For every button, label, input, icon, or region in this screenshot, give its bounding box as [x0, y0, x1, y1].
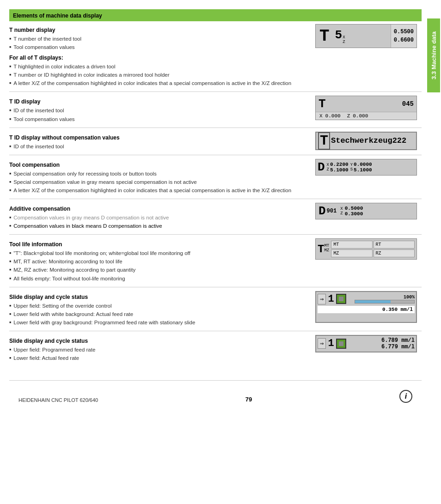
bullet-t-id-2: Tool compensation values — [9, 115, 306, 123]
section-header: Elements of machine data display — [9, 9, 422, 21]
t-number-text-col: T number display T number of the inserte… — [9, 24, 311, 88]
d-z-val: 5.1000 — [330, 167, 349, 173]
slide1-percent: 100% — [404, 295, 415, 300]
t-id-letter: T — [318, 97, 326, 111]
dadd-z-val: 0.3000 — [345, 211, 363, 217]
for-all-t-title: For all of T displays: — [9, 55, 306, 61]
t-id-text-col: T ID display ID of the inserted tool Too… — [9, 96, 311, 123]
bullet-life-3: MZ, RZ active: Monitoring according to p… — [9, 266, 306, 273]
dadd-axis-labels: X Z — [340, 206, 343, 216]
tlife-inner: T MT MZ MT RT MZ RZ — [318, 241, 415, 257]
section-slide-1: Slide display and cycle status Upper fie… — [9, 289, 422, 331]
bullet-slide2-1: Upper field: Programmed feed rate — [9, 346, 306, 353]
t-id-display-widget: T 045 X 0.000 Z 0.000 — [315, 96, 417, 120]
additive-comp-display-col: D 901 X Z 0.5000 0.3000 — [311, 203, 422, 219]
section-tool-life: Tool life information "T": Black=global … — [9, 237, 422, 287]
dadd-x-val: 0.5000 — [345, 206, 363, 211]
tlife-rz-box: RZ — [374, 249, 415, 257]
slide-2-text-col: Slide display and cycle status Upper fie… — [9, 335, 311, 363]
t-id-nocomp-title: T ID display without compensation values — [9, 134, 306, 141]
t-number-display-widget: T 5 X Z 0.5500 0.6600 — [315, 24, 417, 48]
slide2-arrow-icon: ⇒ — [318, 338, 326, 349]
bullet-t-id-1: ID of the inserted tool — [9, 107, 306, 114]
slide2-row: ⇒ 1 6.789 mm/l 6.779 mm/l — [318, 337, 415, 350]
section-t-id: T ID display ID of the inserted tool Too… — [9, 94, 422, 128]
slide2-number: 1 — [328, 338, 334, 349]
t-id-x-val: 0.000 — [325, 113, 341, 119]
slide-1-title: Slide display and cycle status — [9, 294, 306, 300]
slide1-progress-fill — [355, 300, 391, 303]
slide-1-display-col: ⇒ 1 100% 0.35 — [311, 291, 422, 323]
tlife-rt-box: RT — [374, 241, 415, 249]
slide-2-display-widget: ⇒ 1 6.789 mm/l 6.779 mm/l — [315, 335, 417, 352]
t-number-big: 5 — [335, 28, 343, 42]
right-sidebar: 3.3 Machine data — [426, 0, 441, 504]
t-id-nocomp-text-col: T ID display without compensation values… — [9, 132, 311, 151]
tlife-mz-box: MZ — [331, 249, 372, 257]
tool-life-text-col: Tool life information "T": Black=global … — [9, 238, 311, 283]
sidebar-tab-text: 3.3 Machine data — [430, 31, 437, 79]
additive-comp-text-col: Additive compensation Compensation value… — [9, 203, 311, 231]
dadd-num-group: 901 — [327, 208, 337, 214]
bullet-t-number-2: Tool compensation values — [9, 43, 306, 51]
bullet-t-id-nocomp-1: ID of the inserted tool — [9, 143, 306, 150]
d-xz-vals: 0.2200 5.1000 — [330, 162, 349, 173]
t-id-nocomp-display-widget: T Stechwerkzeug222 — [315, 132, 417, 150]
section-header-title: Elements of machine data display — [13, 12, 102, 19]
t-id-display-col: T 045 X 0.000 Z 0.000 — [311, 96, 422, 120]
d-ys-vals: 0.0000 5.1000 — [354, 162, 372, 173]
t-id-nocomp-name: Stechwerkzeug222 — [331, 136, 406, 145]
slide1-actual-val: 0.350 mm/l — [318, 306, 415, 313]
tlife-mt: MT — [324, 243, 329, 248]
t-id-number: 045 — [402, 100, 414, 108]
slide2-inner-square — [339, 341, 343, 346]
t-id-nocomp-t: T — [318, 132, 330, 150]
t-id-title: T ID display — [9, 98, 306, 105]
slide1-arrow-icon: ⇒ — [318, 294, 326, 304]
t-number-z-val: 0.6600 — [394, 36, 414, 44]
section-tool-comp: Tool compensation Special compensation o… — [9, 157, 422, 199]
page-footer: HEIDENHAIN CNC PILOT 620/640 79 i — [9, 380, 422, 407]
bullet-slide1-2: Lower field with white background: Actua… — [9, 310, 306, 318]
t-id-z-label: Z — [347, 113, 350, 119]
slide1-tool-icon — [336, 294, 346, 304]
dadd-d-letter: D — [318, 204, 326, 218]
section-t-id-nocomp: T ID display without compensation values… — [9, 130, 422, 155]
slide2-upper-val: 6.789 mm/l — [381, 337, 415, 344]
dadd-row1: D 901 X Z 0.5000 0.3000 — [316, 203, 416, 219]
bullet-life-1: "T": Black=global tool life monitoring o… — [9, 249, 306, 257]
tool-comp-display-col: D X Z 0.2200 5.1000 Y S — [311, 159, 422, 176]
d-row1: D X Z 0.2200 5.1000 Y S — [316, 159, 416, 175]
t-number-display-col: T 5 X Z 0.5500 0.6600 — [311, 24, 422, 48]
tlife-t-letter: T — [318, 243, 324, 255]
slide2-vals: 6.789 mm/l 6.779 mm/l — [348, 337, 415, 350]
t-id-x-label: X — [319, 113, 323, 119]
slide-2-title: Slide display and cycle status — [9, 338, 306, 344]
slide2-tool-icon — [336, 339, 346, 349]
dadd-number: 901 — [327, 208, 337, 214]
bullet-additive-1: Compensation values in gray means D comp… — [9, 214, 306, 221]
dadd-vals: 0.5000 0.3000 — [345, 206, 363, 217]
tlife-t-group: T MT MZ — [318, 243, 329, 255]
t-number-title: T number display — [9, 27, 306, 33]
d-s-val: 5.1000 — [354, 167, 372, 173]
slide1-number: 1 — [328, 293, 334, 305]
tlife-mt-box: MT — [331, 241, 372, 249]
sidebar-chapter-tab: 3.3 Machine data — [427, 18, 440, 92]
d-letter: D — [318, 160, 325, 174]
t-id-values-row: X 0.000 Z 0.000 — [316, 112, 416, 120]
footer-page: 79 — [245, 396, 252, 403]
t-number-t-letter: T — [316, 24, 333, 48]
bullet-t-number-1: T number of the inserted tool — [9, 35, 306, 43]
slide-2-display-col: ⇒ 1 6.789 mm/l 6.779 mm/l — [311, 335, 422, 352]
section-t-number: T number display T number of the inserte… — [9, 21, 422, 92]
slide1-top: ⇒ 1 100% — [318, 293, 415, 305]
bullet-tool-comp-2: Special compensation value in gray means… — [9, 178, 306, 186]
t-id-nocomp-display-col: T Stechwerkzeug222 — [311, 132, 422, 150]
d-ys-labels: Y S — [350, 163, 353, 172]
bullet-life-2: MT, RT active: Monitoring according to t… — [9, 258, 306, 265]
tlife-sup-labels: MT MZ — [324, 243, 329, 253]
additive-comp-title: Additive compensation — [9, 206, 306, 212]
footer-logo: HEIDENHAIN CNC PILOT 620/640 — [18, 397, 98, 403]
tool-life-display-col: T MT MZ MT RT MZ RZ — [311, 238, 422, 260]
